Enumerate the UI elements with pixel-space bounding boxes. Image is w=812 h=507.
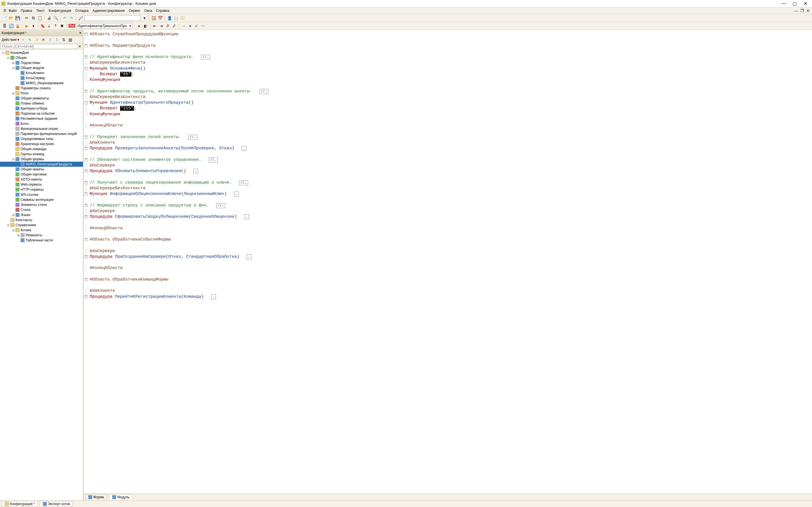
fold-gutter[interactable] — [84, 271, 89, 277]
delete-icon[interactable]: ✕ — [41, 37, 46, 43]
fold-gutter[interactable] — [84, 100, 89, 106]
fold-gutter[interactable] — [84, 220, 89, 225]
code-line[interactable]: #Область СлужебныеПроцедурыИфункции — [89, 32, 812, 37]
fold-gutter[interactable] — [84, 128, 89, 134]
code-line[interactable]: #КонецОбласти — [89, 226, 812, 231]
tree-item[interactable]: ⊟Общие модули — [0, 65, 83, 70]
tree-item[interactable]: Подписки на события — [0, 111, 83, 116]
bookmark-icon[interactable]: 🔖 — [40, 23, 45, 29]
code-line[interactable]: &НаСервереБезКонтекста — [89, 94, 812, 100]
code-line[interactable] — [89, 197, 812, 203]
breakpoint-icon[interactable]: ● — [136, 23, 142, 29]
fold-gutter[interactable] — [84, 49, 89, 54]
fold-gutter[interactable] — [84, 203, 89, 209]
bookmark-prev-icon[interactable]: ⇡ — [53, 23, 58, 29]
open-icon[interactable]: 📂 — [8, 15, 14, 21]
tree-item[interactable]: ⊟Общие — [0, 55, 83, 60]
tree-item[interactable]: Общие реквизиты — [0, 96, 83, 101]
code-line[interactable]: #КонецОбласти — [89, 123, 812, 128]
update-icon[interactable]: 🔄 — [8, 23, 14, 29]
code-line[interactable]: // Формирует строку с описание продуктов… — [89, 203, 812, 209]
fold-gutter[interactable] — [84, 94, 89, 100]
fold-gutter[interactable] — [84, 140, 89, 146]
paste-icon[interactable]: 📋 — [37, 15, 43, 21]
tree-item[interactable]: Общие картинки — [0, 172, 83, 177]
magic-icon[interactable]: ✨ — [34, 37, 40, 43]
maximize-button[interactable]: ▢ — [792, 1, 797, 6]
find-icon[interactable]: 🔎 — [78, 15, 84, 21]
bottom-tab[interactable]: Экспорт котов — [40, 501, 73, 507]
tree-item[interactable]: XDTO-пакеты — [0, 177, 83, 182]
sidebar-close-icon[interactable]: ✕ — [79, 31, 82, 35]
sort-icon[interactable]: ⇅ — [61, 37, 66, 43]
mdi-close-button[interactable]: ✕ — [806, 8, 810, 13]
filter-icon[interactable]: ▥ — [68, 37, 73, 43]
fold-gutter[interactable] — [84, 209, 89, 214]
tree-item[interactable]: КотыСервер — [0, 75, 83, 80]
run-icon[interactable]: ▶ — [24, 23, 30, 29]
calc-icon[interactable]: 🧮 — [151, 15, 156, 21]
tree-item[interactable]: МИКО_Лицензирование — [0, 80, 83, 86]
add-icon[interactable]: ＋ — [20, 37, 26, 43]
menu-icon[interactable]: ☰ — [2, 8, 6, 13]
save-icon[interactable]: 💾 — [15, 15, 20, 21]
menu-service[interactable]: Сервис — [127, 8, 142, 13]
fold-gutter[interactable] — [84, 123, 89, 128]
tree-item[interactable]: ⊟Общие формы — [0, 157, 83, 162]
fold-gutter[interactable] — [84, 254, 89, 260]
tree-item[interactable]: ⊞Языки — [0, 212, 83, 217]
fold-gutter[interactable] — [84, 117, 89, 123]
fold-gutter[interactable] — [84, 242, 89, 248]
menu-help[interactable]: Справка — [154, 8, 171, 13]
tree-item[interactable]: ⊟Котики — [0, 228, 83, 233]
mdi-minimize-button[interactable]: — — [794, 8, 798, 13]
code-line[interactable]: Процедура ПриСозданииНаСервере(Отказ, Ст… — [89, 254, 812, 260]
fold-gutter[interactable] — [84, 180, 89, 186]
menu-file[interactable]: Файл — [7, 8, 18, 13]
tree-item[interactable]: Параметры сеанса — [0, 86, 83, 91]
lock-icon[interactable]: 🔒 — [15, 23, 20, 29]
code-line[interactable]: Функция ИдентификаторТриальногоПродукта(… — [89, 100, 812, 106]
tree-item[interactable]: ⊟КошкинДом — [0, 50, 83, 55]
code-line[interactable]: Функция ОсновнаяФича() — [89, 66, 812, 71]
syntax-icon[interactable]: 👤 — [167, 15, 172, 21]
code-line[interactable]: Процедура ПроверитьЗаполнениеАнкеты(Поля… — [89, 146, 812, 151]
code-line[interactable]: // Обновляет состояние элементов управле… — [89, 157, 812, 163]
fold-gutter[interactable] — [84, 54, 89, 60]
fold-gutter[interactable] — [84, 89, 89, 94]
up-icon[interactable]: ⇧ — [47, 37, 53, 43]
compare-icon[interactable]: ⬚ — [173, 15, 179, 21]
print-icon[interactable]: 🖨 — [46, 15, 52, 21]
bookmark-next-icon[interactable]: ⇣ — [46, 23, 52, 29]
fold-gutter[interactable] — [84, 77, 89, 83]
expand-icon[interactable]: ⊞ — [16, 234, 20, 237]
code-line[interactable]: Функция ИнформацияОЛицензионномКлюче(Лиц… — [89, 191, 812, 197]
fold-gutter[interactable] — [84, 66, 89, 71]
tree-item[interactable]: МИКО_РегистрацияПродукта — [0, 162, 83, 167]
fold-gutter[interactable] — [84, 294, 89, 300]
code-line[interactable] — [89, 271, 812, 277]
fold-gutter[interactable] — [84, 265, 89, 271]
fold-gutter[interactable] — [84, 60, 89, 66]
fold-gutter[interactable] — [84, 260, 89, 265]
config-tree[interactable]: ⊟КошкинДом⊟Общие⊞Подсистемы⊟Общие модули… — [0, 50, 83, 500]
code-line[interactable]: #Область ОбработчикиКомандФормы — [89, 277, 812, 283]
clear-search-icon[interactable]: ✕ — [77, 45, 82, 48]
tree-item[interactable]: Критерии отбора — [0, 106, 83, 111]
fold-gutter[interactable] — [84, 32, 89, 37]
fold-gutter[interactable] — [84, 248, 89, 254]
tree-item[interactable]: Табличные части — [0, 238, 83, 243]
menu-debug[interactable]: Отладка — [73, 8, 90, 13]
tree-item[interactable]: Определяемые типы — [0, 136, 83, 142]
expand-icon[interactable]: ⊟ — [1, 51, 5, 54]
tree-item[interactable]: Параметры функциональных опций — [0, 131, 83, 136]
menu-text[interactable]: Текст — [35, 8, 46, 13]
tree-item[interactable]: Сервисы интеграции — [0, 197, 83, 202]
code-line[interactable]: // Идентификатор фичи основного продукта… — [89, 54, 812, 60]
tree-item[interactable]: ⊞Реквизиты — [0, 233, 83, 238]
tree-item[interactable]: Общие макеты — [0, 167, 83, 172]
tree-item[interactable]: Хранилища настроек — [0, 142, 83, 147]
fold-gutter[interactable] — [84, 151, 89, 157]
fold-gutter[interactable] — [84, 71, 89, 77]
bookmark-clear-icon[interactable]: ✖ — [59, 23, 65, 29]
